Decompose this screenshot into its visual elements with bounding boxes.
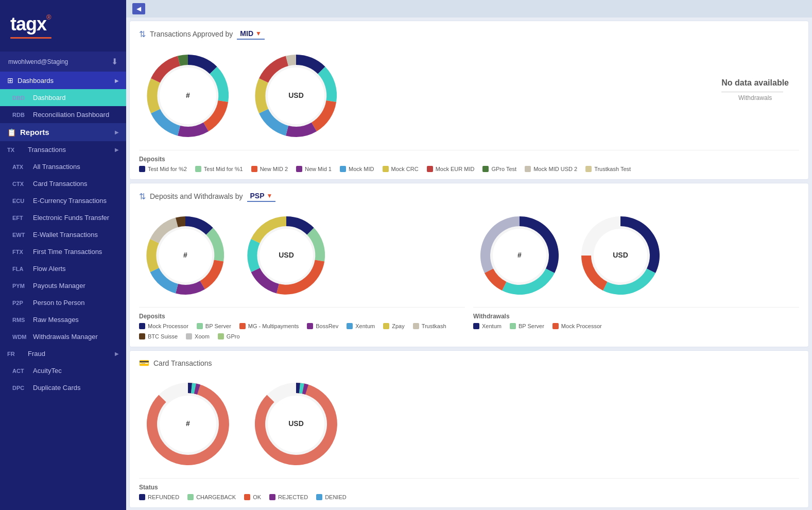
legend-item: BTC Suisse xyxy=(139,333,178,339)
chevron-right-icon: ▶ xyxy=(115,351,119,356)
report-icon: 📋 xyxy=(7,128,16,137)
sidebar-item-ftx[interactable]: FTX First Time Transactions xyxy=(0,243,126,260)
sidebar: tagx ® mwohlwend@Staging ⬇ ⊞ Dashboards … xyxy=(0,0,126,510)
legend-item: Test Mid for %1 xyxy=(195,166,243,172)
donut2-center-label: USD xyxy=(288,91,304,99)
legend-color-dot xyxy=(197,323,203,329)
section2-donut-svg-4: USD xyxy=(574,209,667,302)
sidebar-item-atx[interactable]: ATX All Transactions xyxy=(0,158,126,175)
section2-deposits-area: # xyxy=(139,209,465,339)
legend-label: New Mid 1 xyxy=(305,166,332,172)
chevron-right-icon: ▶ xyxy=(115,147,119,152)
section2-donut-svg-3: # xyxy=(473,209,566,302)
sidebar-item-p2p[interactable]: P2P Person to Person xyxy=(0,294,126,311)
sidebar-item-wdm[interactable]: WDM Withdrawals Manager xyxy=(0,328,126,345)
user-icon[interactable]: ⬇ xyxy=(111,57,118,66)
donut-svg-2: USD xyxy=(247,47,345,145)
sidebar-item-dashboards[interactable]: ⊞ Dashboards ▶ xyxy=(0,72,126,89)
sidebar-item-fla[interactable]: FLA Flow Alerts xyxy=(0,260,126,277)
sidebar-item-eft[interactable]: EFT Electronic Funds Transfer xyxy=(0,209,126,226)
nav-code: DPC xyxy=(12,385,29,391)
psp-dropdown-label: PSP xyxy=(250,192,265,200)
main-content: ◀ ⇅ Transactions Approved by MID ▼ xyxy=(126,0,812,510)
legend-item: CHARGEBACK xyxy=(187,494,236,500)
nav-code: EWT xyxy=(12,232,29,238)
nav-code: FR xyxy=(7,351,24,357)
legend-item: BP Server xyxy=(510,323,544,329)
psp-dropdown[interactable]: PSP ▼ xyxy=(247,191,276,202)
legend-item: Test Mid for %2 xyxy=(139,166,187,172)
sidebar-item-label: Raw Messages xyxy=(33,316,119,324)
legend-label: Mock MID xyxy=(349,166,374,172)
sidebar-item-dbd[interactable]: DBD Dashboard xyxy=(0,89,126,106)
sidebar-item-label: Transactions xyxy=(28,146,111,154)
nav-code: ATX xyxy=(12,164,29,170)
nav-code: P2P xyxy=(12,300,29,306)
legend-color-dot xyxy=(383,323,389,329)
sidebar-item-label: All Transactions xyxy=(33,163,119,171)
section3-donut2-label: USD xyxy=(288,419,304,428)
nav-code: WDM xyxy=(12,334,29,340)
legend-label: BossRev xyxy=(316,323,338,329)
legend-color-dot xyxy=(186,333,192,339)
section2-wd-legend-items: XentumBP ServerMock Processor xyxy=(473,323,799,329)
legend-items-container: Test Mid for %2Test Mid for %1New MID 2N… xyxy=(139,166,799,172)
sidebar-item-label: E-Wallet Transactions xyxy=(33,231,119,239)
legend-label: Mock MID USD 2 xyxy=(533,166,577,172)
nav-code: TX xyxy=(7,147,24,153)
sidebar-item-ecu[interactable]: ECU E-Currency Transactions xyxy=(0,192,126,209)
legend-label: Zpay xyxy=(392,323,404,329)
legend-label: BP Server xyxy=(205,323,231,329)
section2-withdrawals-legend: Withdrawals XentumBP ServerMock Processo… xyxy=(473,307,799,329)
card-icon: 💳 xyxy=(139,358,149,368)
legend-color-dot xyxy=(383,166,389,172)
dashboard-content: ⇅ Transactions Approved by MID ▼ xyxy=(126,21,812,508)
sidebar-item-pym[interactable]: PYM Payouts Manager xyxy=(0,277,126,294)
legend-color-dot xyxy=(525,166,531,172)
sidebar-item-tx[interactable]: TX Transactions ▶ xyxy=(0,141,126,158)
sidebar-item-ctx[interactable]: CTX Card Transactions xyxy=(0,175,126,192)
section-deposits-withdrawals: ⇅ Deposits and Withdrawals by PSP ▼ xyxy=(129,183,809,347)
legend-label: Mock EUR MID xyxy=(436,166,475,172)
sidebar-item-rms[interactable]: RMS Raw Messages xyxy=(0,311,126,328)
sidebar-item-dpc[interactable]: DPC Duplicate Cards xyxy=(0,379,126,396)
section2-donut2-label: USD xyxy=(279,251,294,259)
nav-code: RMS xyxy=(12,317,29,323)
section3-status-legend: Status REFUNDEDCHARGEBACKOKREJECTEDDENIE… xyxy=(139,478,799,500)
sidebar-item-reports[interactable]: 📋 Reports ▶ xyxy=(0,123,126,141)
legend-label: GPro Test xyxy=(491,166,516,172)
legend-item: BP Server xyxy=(197,323,231,329)
legend-label: Trustkash xyxy=(422,323,446,329)
legend-color-dot xyxy=(473,323,479,329)
mid-dropdown[interactable]: MID ▼ xyxy=(237,28,265,40)
legend-color-dot xyxy=(296,166,302,172)
legend-color-dot xyxy=(510,323,516,329)
legend-item: Mock Processor xyxy=(139,323,188,329)
section2-withdrawals-charts: # xyxy=(473,209,799,302)
section3-charts-row: # USD xyxy=(139,375,799,473)
legend-label: Xentum xyxy=(482,323,502,329)
section2-donut-svg-2: USD xyxy=(240,209,333,302)
legend-label: CHARGEBACK xyxy=(196,494,236,500)
collapse-button[interactable]: ◀ xyxy=(132,3,145,14)
sidebar-item-label: Reports xyxy=(20,128,111,137)
chevron-right-icon: ▶ xyxy=(115,78,119,83)
sidebar-item-act[interactable]: ACT AcuityTec xyxy=(0,362,126,379)
sidebar-item-rdb[interactable]: RDB Reconciliation Dashboard xyxy=(0,106,126,123)
user-bar: mwohlwend@Staging ⬇ xyxy=(0,52,126,72)
legend-item: Xentum xyxy=(473,323,502,329)
sidebar-item-label: Fraud xyxy=(28,350,111,358)
legend-color-dot xyxy=(316,494,322,500)
legend-item: OK xyxy=(244,494,261,500)
legend-label: DENIED xyxy=(325,494,347,500)
sidebar-item-fr[interactable]: FR Fraud ▶ xyxy=(0,345,126,362)
nav-code: FLA xyxy=(12,266,29,272)
no-data-subtitle: Withdrawals xyxy=(721,94,789,101)
section2-withdrawals-area: # xyxy=(473,209,799,339)
logo-text: tagx xyxy=(10,13,46,35)
section-card-transactions: 💳 Card Transactions xyxy=(129,350,809,508)
sidebar-item-ewt[interactable]: EWT E-Wallet Transactions xyxy=(0,226,126,243)
legend-color-dot xyxy=(218,333,224,339)
legend-item: New Mid 1 xyxy=(296,166,332,172)
legend-item: DENIED xyxy=(316,494,347,500)
